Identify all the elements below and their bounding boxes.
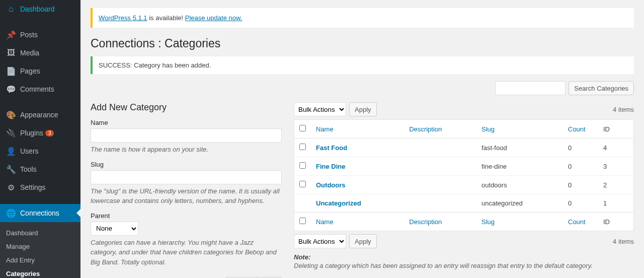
submenu-categories[interactable]: Categories <box>0 267 80 278</box>
submenu-dashboard[interactable]: Dashboard <box>0 226 80 240</box>
submenu-manage[interactable]: Manage <box>0 240 80 253</box>
menu-label: Users <box>20 147 39 155</box>
menu-posts[interactable]: 📌Posts <box>0 26 80 44</box>
pages-icon: 📄 <box>6 66 16 76</box>
name-help: The name is how it appears on your site. <box>91 145 282 155</box>
menu-label: Comments <box>20 85 54 93</box>
submenu-add-entry[interactable]: Add Entry <box>0 253 80 267</box>
badge: 3 <box>45 130 54 136</box>
col-count[interactable]: Count <box>568 125 586 133</box>
main-content: WordPress 5.1.1 is available! Please upd… <box>80 0 644 278</box>
media-icon: 🖼 <box>6 48 16 58</box>
connections-icon: 🌐 <box>6 208 16 218</box>
parent-label: Parent <box>91 212 282 220</box>
category-desc <box>404 157 476 176</box>
select-all-bottom[interactable] <box>299 218 306 224</box>
row-checkbox[interactable] <box>299 162 306 169</box>
category-id: 1 <box>598 194 633 212</box>
items-count-top: 4 items <box>613 106 634 113</box>
apply-button-bottom[interactable]: Apply <box>349 234 377 248</box>
col-id-foot: ID <box>603 218 610 226</box>
dashboard-icon: ⌂ <box>6 4 16 14</box>
parent-select[interactable]: None <box>91 222 138 236</box>
category-count: 0 <box>563 176 598 194</box>
menu-tools[interactable]: 🔧Tools <box>0 160 80 178</box>
category-slug: outdoors <box>476 176 563 194</box>
col-id: ID <box>603 125 610 133</box>
wp-version-link[interactable]: WordPress 5.1.1 <box>99 14 147 22</box>
table-row: Outdoorsoutdoors02 <box>294 176 633 194</box>
category-count: 0 <box>563 138 598 157</box>
menu-users[interactable]: 👤Users <box>0 142 80 160</box>
submenu: DashboardManageAdd EntryCategoriesTempla… <box>0 222 80 278</box>
table-row: Fast Foodfast-food04 <box>294 138 633 157</box>
menu-plugins[interactable]: 🔌Plugins3 <box>0 124 80 142</box>
note-title: Note: <box>294 253 310 261</box>
form-heading: Add New Category <box>91 102 282 113</box>
success-notice: SUCCESS: Category has been added. <box>91 56 634 74</box>
category-id: 3 <box>598 157 633 176</box>
tools-icon: 🔧 <box>6 164 16 174</box>
col-slug-foot[interactable]: Slug <box>481 218 495 226</box>
comments-icon: 💬 <box>6 84 16 94</box>
menu-appearance[interactable]: 🎨Appearance <box>0 106 80 124</box>
plugins-icon: 🔌 <box>6 128 16 138</box>
menu-label: Appearance <box>20 111 58 119</box>
menu-dashboard[interactable]: ⌂Dashboard <box>0 0 80 18</box>
menu-pages[interactable]: 📄Pages <box>0 62 80 80</box>
note: Note: Deleting a category which has been… <box>294 253 634 269</box>
col-name-foot[interactable]: Name <box>316 218 334 226</box>
add-category-form: Add New Category Name The name is how it… <box>91 102 282 278</box>
category-desc <box>404 176 476 194</box>
col-name[interactable]: Name <box>316 125 334 133</box>
category-id: 2 <box>598 176 633 194</box>
category-slug: uncategorized <box>476 194 563 212</box>
parent-help: Categories can have a hierarchy. You mig… <box>91 238 282 267</box>
slug-label: Slug <box>91 161 282 168</box>
posts-icon: 📌 <box>6 30 16 40</box>
table-row: Uncategorizeduncategorized01 <box>294 194 633 212</box>
name-label: Name <box>91 119 282 126</box>
categories-table: Name Description Slug Count ID Fast Food… <box>294 119 634 231</box>
category-name-link[interactable]: Fast Food <box>316 144 347 152</box>
page-title: Connections : Categories <box>91 37 634 50</box>
category-id: 4 <box>598 138 633 157</box>
select-all-top[interactable] <box>299 125 306 131</box>
users-icon: 👤 <box>6 146 16 156</box>
search-input[interactable] <box>495 81 566 95</box>
slug-help: The "slug" is the URL-friendly version o… <box>91 186 282 206</box>
col-desc[interactable]: Description <box>409 125 442 133</box>
col-slug[interactable]: Slug <box>481 125 495 133</box>
note-text: Deleting a category which has been assig… <box>294 262 634 269</box>
name-input[interactable] <box>91 128 282 143</box>
menu-settings[interactable]: ⚙Settings <box>0 178 80 196</box>
category-name-link[interactable]: Fine Dine <box>316 163 346 170</box>
row-checkbox[interactable] <box>299 144 306 150</box>
menu-label: Settings <box>20 183 46 191</box>
slug-input[interactable] <box>91 170 282 184</box>
bulk-actions-select-top[interactable]: Bulk Actions <box>294 102 346 116</box>
appearance-icon: 🎨 <box>6 110 16 120</box>
menu-label: Posts <box>20 31 38 39</box>
apply-button-top[interactable]: Apply <box>349 102 377 116</box>
update-now-link[interactable]: Please update now. <box>185 14 242 22</box>
category-desc <box>404 194 476 212</box>
category-slug: fast-food <box>476 138 563 157</box>
menu-label: Dashboard <box>20 5 55 13</box>
menu-label: Tools <box>20 165 37 173</box>
menu-media[interactable]: 🖼Media <box>0 44 80 62</box>
menu-connections[interactable]: 🌐Connections <box>0 204 80 222</box>
items-count-bottom: 4 items <box>613 238 634 245</box>
category-name-link[interactable]: Outdoors <box>316 181 346 189</box>
menu-comments[interactable]: 💬Comments <box>0 80 80 98</box>
search-categories-button[interactable]: Search Categories <box>569 81 634 95</box>
row-checkbox[interactable] <box>299 181 306 187</box>
settings-icon: ⚙ <box>6 182 16 192</box>
category-name-link[interactable]: Uncategorized <box>316 199 361 207</box>
col-desc-foot[interactable]: Description <box>409 218 442 226</box>
menu-label: Pages <box>20 67 40 75</box>
update-nag-text: is available! <box>147 14 185 22</box>
col-count-foot[interactable]: Count <box>568 218 586 226</box>
category-desc <box>404 138 476 157</box>
bulk-actions-select-bottom[interactable]: Bulk Actions <box>294 234 346 248</box>
